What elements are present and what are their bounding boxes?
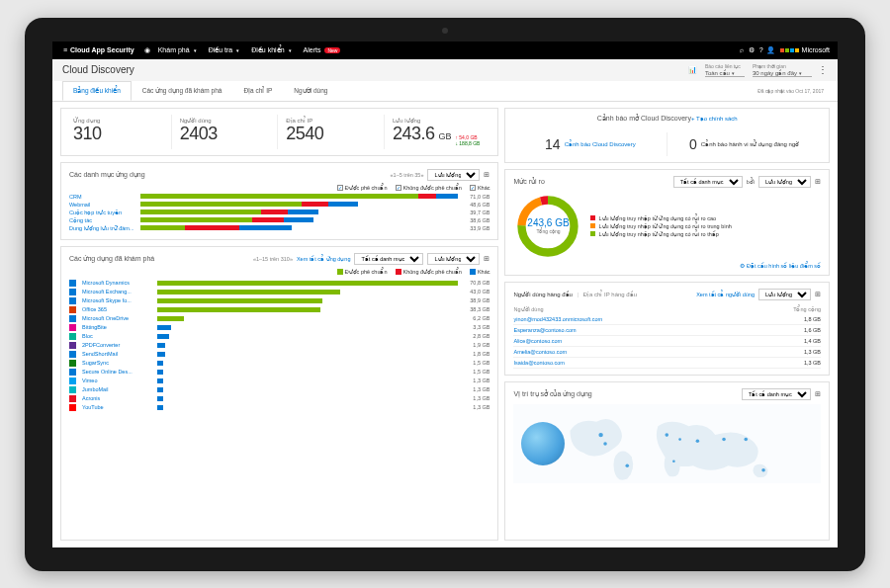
topusers-by-select[interactable]: Lưu lượng (758, 289, 811, 300)
world-map[interactable] (513, 404, 821, 483)
menu-icon[interactable]: ≡ (60, 45, 70, 55)
topusers-settings-icon[interactable]: ⊞ (815, 291, 821, 298)
bar-segment (157, 290, 340, 294)
risk-settings-icon[interactable]: ⊞ (815, 178, 821, 186)
risk-item-med: Lưu lượng truy nhập từ ứng dụng có rủi r… (598, 223, 731, 229)
app-value: 70,8 GB (462, 280, 490, 286)
apps-settings-icon[interactable]: ⊞ (484, 255, 490, 263)
alert-behavior[interactable]: 0 Cảnh báo hành vi sử dụng đáng ngờ (668, 132, 821, 156)
app-name[interactable]: Bloc (82, 333, 153, 339)
tab-top-users[interactable]: Người dùng hàng đầu (513, 292, 572, 297)
tab-apps[interactable]: Các ứng dụng đã khám phá (132, 81, 233, 101)
category-name[interactable]: Cộng tác (69, 217, 136, 223)
risk-config-link[interactable]: ⚙ Đặt cấu hình số liệu điểm số (740, 263, 821, 269)
tab-dashboard[interactable]: Bảng điều khiển (62, 81, 132, 101)
nav-discover[interactable]: Khám phá (158, 46, 197, 53)
app-name[interactable]: Office 365 (82, 306, 153, 312)
app-name[interactable]: Secure Online Des... (82, 369, 153, 375)
user-link[interactable]: Amelia@contoso.com (513, 349, 567, 355)
bar-segment (157, 334, 169, 339)
risk-donut: 243,6 GB Tổng cộng (513, 192, 582, 261)
user-link[interactable]: Esperanza@contoso.com (513, 327, 576, 333)
categories-by-select[interactable]: Lưu lượng (427, 169, 480, 181)
user-link[interactable]: yinon@mod432433.onmicrosoft.com (513, 316, 602, 322)
apps-pager[interactable]: «1–15 trên 310» (253, 256, 293, 262)
app-value: 1,5 GB (462, 360, 490, 366)
app-value: 1,9 GB (462, 342, 490, 348)
apps-viewall-link[interactable]: Xem tất cả ứng dụng (297, 256, 351, 262)
nav-investigate[interactable]: Điều tra (209, 46, 240, 54)
topusers-viewall-link[interactable]: Xem tất cả người dùng (696, 292, 755, 297)
app-name[interactable]: Vimeo (82, 378, 153, 383)
app-icon (69, 386, 76, 393)
microsoft-label: Microsoft (802, 46, 830, 53)
risk-filter-select[interactable]: Tất cả danh mục (673, 176, 743, 188)
microsoft-logo (780, 48, 799, 52)
app-name[interactable]: JumboMail (82, 386, 153, 392)
bar-segment (157, 343, 165, 348)
app-name[interactable]: Acronis (82, 395, 153, 401)
apps-by-select[interactable]: Lưu lượng (427, 253, 480, 265)
svg-point-3 (599, 432, 603, 436)
search-icon[interactable]: ⌕ (737, 45, 747, 55)
apps-filter-select[interactable]: Tất cả danh mục (354, 253, 423, 265)
bar-track (157, 281, 458, 286)
app-name[interactable]: Microsoft Exchang... (82, 289, 153, 294)
gear-icon[interactable]: ⚙ (747, 45, 756, 55)
map-title: Vị trí trụ sở của ứng dụng (513, 390, 591, 398)
categories-panel: Các danh mục ứng dụng «1–5 trên 35» Lưu … (60, 162, 498, 240)
cb-approved[interactable]: ✓ (337, 185, 343, 191)
app-name[interactable]: Microsoft OneDrive (82, 315, 153, 321)
user-value: 1,3 GB (804, 360, 821, 366)
risk-by-select[interactable]: Lưu lượng (758, 176, 811, 188)
user-icon[interactable]: 👤 (766, 45, 776, 55)
app-row: SugarSync1,5 GB (69, 360, 490, 367)
tab-top-ips[interactable]: Địa chỉ IP hàng đầu (583, 292, 637, 297)
bar-segment (140, 210, 261, 214)
category-value: 71,0 GB (462, 194, 490, 200)
app-name[interactable]: 2PDFConverter (82, 342, 153, 348)
category-name[interactable]: Dung lượng lưu trữ đám... (69, 225, 136, 231)
alert-discovery[interactable]: 14 Cảnh báo Cloud Discovery (513, 132, 668, 156)
bar-segment (418, 194, 436, 199)
app-icon (69, 306, 76, 313)
alert-link-1: Cảnh báo Cloud Discovery (565, 140, 636, 147)
app-row: JumboMail1,3 GB (69, 386, 490, 393)
alert-count-2: 0 (689, 136, 697, 152)
map-settings-icon[interactable]: ⊞ (815, 390, 821, 398)
updated-note: Đã cập nhật vào Oct 17, 2017 (754, 84, 828, 98)
bar-segment (157, 298, 322, 303)
app-name[interactable]: SendShortMail (82, 351, 153, 357)
stat-users-lbl: Người dùng (180, 117, 274, 124)
tab-users[interactable]: Người dùng (283, 81, 338, 101)
app-name[interactable]: Microsoft Dynamics (82, 280, 153, 286)
app-name[interactable]: SugarSync (82, 360, 153, 366)
cb-unapproved[interactable]: ✓ (396, 185, 401, 191)
nav-control[interactable]: Điều khiển (251, 46, 291, 54)
tab-ip[interactable]: Địa chỉ IP (232, 81, 283, 101)
nav-alerts[interactable]: Alerts New (304, 46, 341, 53)
app-name[interactable]: BittingBite (82, 324, 153, 330)
user-link[interactable]: Isaida@contoso.com (513, 360, 564, 366)
range-selector[interactable]: Phạm thời gian 30 ngày gần đây (753, 63, 812, 77)
bar-track (157, 405, 458, 410)
app-row: 2PDFConverter1,9 GB (69, 342, 490, 349)
cb-other[interactable]: ✓ (470, 185, 476, 191)
app-name[interactable]: Microsoft Skype fo... (82, 297, 153, 303)
target-icon[interactable]: ◉ (142, 45, 152, 55)
more-icon[interactable]: ⋮ (818, 64, 828, 75)
create-policy-link[interactable]: + Tạo chính sách (691, 115, 738, 123)
svg-point-9 (723, 437, 727, 441)
category-name[interactable]: CRM (69, 194, 136, 200)
apps-legend-approved: Được phê chuẩn (345, 269, 388, 275)
map-filter-select[interactable]: Tất cả danh mục (742, 388, 811, 400)
categories-pager[interactable]: «1–5 trên 35» (391, 172, 424, 178)
category-name[interactable]: Cuộc họp trực tuyến (69, 210, 136, 215)
app-name[interactable]: YouTube (82, 404, 153, 410)
category-name[interactable]: Webmail (69, 202, 136, 208)
user-link[interactable]: Alice@contoso.com (513, 338, 562, 344)
categories-settings-icon[interactable]: ⊞ (484, 171, 490, 179)
svg-point-7 (679, 438, 682, 441)
help-icon[interactable]: ? (756, 45, 766, 55)
report-selector[interactable]: Báo cáo liên tục Toàn cầu (705, 63, 745, 77)
